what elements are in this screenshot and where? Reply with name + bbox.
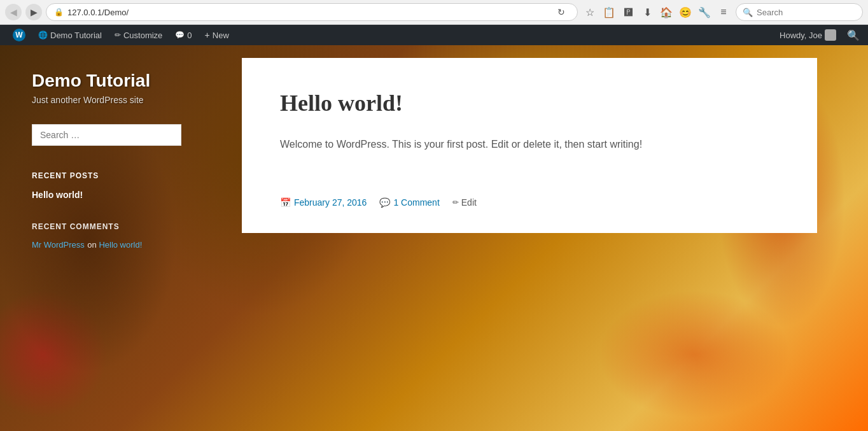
forward-button[interactable]: ▶ <box>25 4 42 20</box>
site-title: Demo Tutorial <box>32 71 210 91</box>
user-avatar <box>825 29 836 41</box>
reading-list-icon[interactable]: 📋 <box>601 4 617 20</box>
main-content-card: Hello world! Welcome to WordPress. This … <box>242 58 817 233</box>
post-edit-link[interactable]: ✏ Edit <box>452 197 477 208</box>
url-input[interactable] <box>67 8 549 17</box>
post-date-link[interactable]: February 27, 2016 <box>294 197 367 208</box>
comments-count: 0 <box>187 31 192 40</box>
admin-search-button[interactable]: 🔍 <box>845 27 862 43</box>
comment-count-icon: 💬 <box>379 197 390 208</box>
customize-label: Customize <box>123 31 162 40</box>
comment-item: Mr WordPress on Hello world! <box>32 239 210 250</box>
post-comments-link[interactable]: 1 Comment <box>393 197 439 208</box>
calendar-icon: 📅 <box>280 197 291 208</box>
post-comments-item: 💬 1 Comment <box>379 197 439 208</box>
site-name-link[interactable]: 🌐 Demo Tutorial <box>32 25 108 45</box>
post-date-item: 📅 February 27, 2016 <box>280 197 367 208</box>
recent-post-link[interactable]: Hello world! <box>32 190 210 200</box>
plus-icon: + <box>205 30 210 40</box>
pencil-icon: ✏ <box>452 198 459 207</box>
new-label: New <box>213 31 229 40</box>
back-button[interactable]: ◀ <box>5 4 22 20</box>
sidebar: Demo Tutorial Just another WordPress sit… <box>0 45 229 269</box>
extensions-icon[interactable]: 🔧 <box>696 4 713 20</box>
browser-search-input[interactable] <box>757 8 856 17</box>
howdy-link[interactable]: Howdy, Joe <box>773 25 843 45</box>
post-title: Hello world! <box>280 90 779 117</box>
menu-icon[interactable]: ≡ <box>715 4 732 20</box>
browser-toolbar: ◀ ▶ 🔒 ↻ ☆ 📋 🅿 ⬇ 🏠 😊 🔧 ≡ 🔍 <box>0 0 868 24</box>
new-link[interactable]: + New <box>199 25 235 45</box>
comment-on-text: on <box>87 240 99 250</box>
recent-posts-heading: RECENT POSTS <box>32 171 210 180</box>
comments-icon: 💬 <box>175 31 185 39</box>
bookmark-icon[interactable]: ☆ <box>582 4 598 20</box>
post-edit-item: ✏ Edit <box>452 197 477 208</box>
user-icon[interactable]: 😊 <box>677 4 694 20</box>
recent-comments-heading: RECENT COMMENTS <box>32 222 210 231</box>
wp-logo: W <box>13 29 25 41</box>
sidebar-search-input[interactable] <box>32 124 181 146</box>
post-content: Welcome to WordPress. This is your first… <box>280 136 779 153</box>
customize-link[interactable]: ✏ Customize <box>108 25 169 45</box>
site-tagline: Just another WordPress site <box>32 95 210 105</box>
browser-chrome: ◀ ▶ 🔒 ↻ ☆ 📋 🅿 ⬇ 🏠 😊 🔧 ≡ 🔍 <box>0 0 868 25</box>
site-icon: 🌐 <box>38 31 48 39</box>
lock-icon: 🔒 <box>54 8 64 17</box>
comment-author-link[interactable]: Mr WordPress <box>32 240 85 250</box>
downloads-icon[interactable]: ⬇ <box>639 4 655 20</box>
home-icon[interactable]: 🏠 <box>658 4 675 20</box>
admin-bar-right: Howdy, Joe 🔍 <box>773 25 862 45</box>
howdy-text: Howdy, Joe <box>780 31 822 40</box>
comments-link[interactable]: 💬 0 <box>169 25 198 45</box>
wp-logo-link[interactable]: W <box>6 25 32 45</box>
edit-label: Edit <box>461 197 477 208</box>
wp-admin-bar: W 🌐 Demo Tutorial ✏ Customize 💬 0 + New … <box>0 25 868 45</box>
browser-toolbar-icons: ☆ 📋 🅿 ⬇ 🏠 😊 🔧 ≡ <box>582 4 732 20</box>
admin-bar-left: W 🌐 Demo Tutorial ✏ Customize 💬 0 + New <box>6 25 235 45</box>
post-meta: 📅 February 27, 2016 💬 1 Comment ✏ Edit <box>280 191 779 208</box>
refresh-button[interactable]: ↻ <box>553 4 570 20</box>
search-icon: 🔍 <box>743 8 753 17</box>
comment-post-link[interactable]: Hello world! <box>99 240 142 250</box>
address-bar[interactable]: 🔒 ↻ <box>46 3 578 21</box>
pocket-icon[interactable]: 🅿 <box>620 4 636 20</box>
site-wrapper: Demo Tutorial Just another WordPress sit… <box>0 45 868 431</box>
customize-icon: ✏ <box>115 31 121 39</box>
site-name-label: Demo Tutorial <box>50 31 102 40</box>
browser-search-bar[interactable]: 🔍 <box>736 3 863 21</box>
